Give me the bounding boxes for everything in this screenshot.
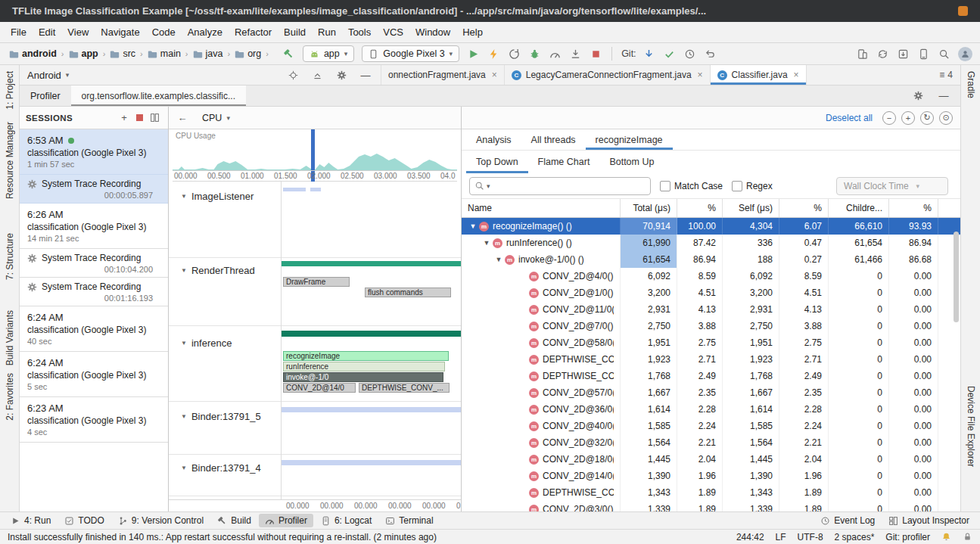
- tool-stripe-device-file-explorer[interactable]: Device File Explorer: [966, 386, 976, 467]
- menu-item[interactable]: File: [5, 23, 33, 41]
- tool-stripe-build-variants[interactable]: Build Variants: [5, 310, 15, 365]
- notifications-button[interactable]: [941, 532, 951, 542]
- table-row[interactable]: m CONV_2D@57/0( 1,667 2.35 1,667 2.35 0 …: [462, 384, 960, 401]
- trace-recording-item[interactable]: System Trace Recording 00:01:16.193: [20, 278, 168, 306]
- deselect-all-link[interactable]: Deselect all: [826, 113, 873, 123]
- apply-code-changes-button[interactable]: [505, 45, 524, 62]
- tool-stripe-project[interactable]: 1: Project: [5, 71, 15, 110]
- column-name[interactable]: Name: [462, 199, 621, 217]
- menu-item[interactable]: Navigate: [95, 23, 145, 41]
- menu-item[interactable]: Analyze: [182, 23, 229, 41]
- column-total-pct[interactable]: %: [677, 199, 723, 217]
- breadcrumb-java[interactable]: java: [191, 48, 225, 59]
- git-rollback-button[interactable]: [701, 45, 720, 62]
- close-icon[interactable]: ×: [792, 70, 799, 80]
- tree-arrow-icon[interactable]: ▼: [493, 256, 504, 263]
- hide-panel-button[interactable]: —: [358, 67, 373, 82]
- tab-recognizeimage[interactable]: recognizeImage: [586, 129, 673, 150]
- table-row[interactable]: m CONV_2D@32/0( 1,564 2.21 1,564 2.21 0 …: [462, 434, 960, 451]
- table-row[interactable]: m CONV_2D@1/0() 3,200 4.51 3,200 4.51 0 …: [462, 284, 960, 301]
- update-indicator-icon[interactable]: [958, 6, 968, 16]
- trace-span-conv2d[interactable]: CONV_2D@14/0: [283, 383, 356, 393]
- zoom-out-button[interactable]: −: [882, 111, 896, 125]
- menu-item[interactable]: Tools: [342, 23, 377, 41]
- editor-tab-selected[interactable]: C Classifier.java ×: [711, 65, 807, 85]
- breadcrumb-android[interactable]: android: [8, 48, 58, 59]
- trace-span-runinference[interactable]: runInference: [283, 362, 445, 371]
- match-case-checkbox[interactable]: Match Case: [660, 181, 723, 191]
- close-icon[interactable]: ×: [490, 70, 497, 80]
- toolwindow-logcat-button[interactable]: 6: Logcat: [315, 514, 378, 527]
- menu-item[interactable]: View: [61, 23, 95, 41]
- profile-button[interactable]: [546, 45, 565, 62]
- sdk-manager-button[interactable]: [894, 45, 913, 62]
- subtab-top-down[interactable]: Top Down: [466, 151, 528, 173]
- thread-timeline-area[interactable]: DrawFrame flush commands recognizeImage …: [281, 182, 461, 499]
- search-everywhere-button[interactable]: [935, 45, 954, 62]
- project-view-selector[interactable]: Android ▾: [27, 70, 69, 81]
- table-row[interactable]: m DEPTHWISE_CON 1,923 2.71 1,923 2.71 0 …: [462, 351, 960, 368]
- toolwindow-build-button[interactable]: Build: [211, 514, 257, 527]
- stop-button[interactable]: [586, 45, 605, 62]
- tab-all-threads[interactable]: All threads: [521, 129, 586, 150]
- trace-span-flush-commands[interactable]: flush commands: [365, 288, 451, 297]
- session-item[interactable]: 6:23 AM classification (Google Pixel 3) …: [20, 397, 168, 443]
- search-history-icon[interactable]: ▾: [487, 182, 490, 190]
- vertical-scrollbar[interactable]: [954, 232, 959, 322]
- expand-sessions-button[interactable]: [147, 110, 162, 126]
- git-update-button[interactable]: [639, 45, 658, 62]
- timeline-view-selector[interactable]: CPU ▾: [198, 111, 235, 125]
- gradle-sync-button[interactable]: [873, 45, 892, 62]
- toolwindow-profiler-button[interactable]: Profiler: [259, 514, 313, 527]
- layout-inspector-button[interactable]: Layout Inspector: [882, 514, 975, 527]
- caret-position[interactable]: 244:42: [736, 532, 764, 542]
- menu-item[interactable]: Edit: [33, 23, 61, 41]
- readonly-lock-button[interactable]: [963, 532, 972, 542]
- profiler-settings-button[interactable]: [910, 89, 926, 104]
- clock-type-select[interactable]: Wall Clock Time ▾: [836, 177, 948, 195]
- toolwindow-terminal-button[interactable]: Terminal: [379, 514, 439, 527]
- session-item[interactable]: 6:53 AM classification (Google Pixel 3) …: [20, 129, 168, 175]
- column-children[interactable]: Childre...: [829, 199, 889, 217]
- locate-file-button[interactable]: [285, 67, 300, 82]
- table-row[interactable]: m CONV_2D@3/0() 1,339 1.89 1,339 1.89 0 …: [462, 501, 960, 511]
- zoom-in-button[interactable]: +: [901, 111, 915, 125]
- trace-recording-item[interactable]: System Trace Recording 00:00:05.897: [20, 175, 168, 204]
- encoding-indicator[interactable]: UTF-8: [798, 532, 823, 542]
- breadcrumb-src[interactable]: src: [108, 48, 137, 59]
- search-input[interactable]: [493, 181, 646, 191]
- reset-zoom-button[interactable]: ↻: [920, 111, 934, 125]
- table-row[interactable]: m CONV_2D@14/0( 1,390 1.96 1,390 1.96 0 …: [462, 468, 960, 484]
- breadcrumb-app[interactable]: app: [67, 48, 100, 59]
- session-item[interactable]: 6:24 AM classification (Google Pixel 3) …: [20, 352, 168, 397]
- table-row[interactable]: ▼ m runInference() () 61,990 87.42 336 0…: [462, 235, 960, 251]
- profiler-session-tab[interactable]: org.tensorflow.lite.examples.classific..…: [71, 85, 246, 106]
- device-manager-button[interactable]: [853, 45, 872, 62]
- profile-avatar[interactable]: [958, 47, 972, 61]
- toolwindow-todo-button[interactable]: TODO: [58, 514, 110, 527]
- panel-settings-button[interactable]: [334, 67, 349, 82]
- menu-item[interactable]: Code: [146, 23, 182, 41]
- event-log-button[interactable]: Event Log: [814, 514, 881, 527]
- session-item[interactable]: 6:26 AM classification (Google Pixel 3) …: [20, 204, 168, 249]
- trace-span-invoke[interactable]: invoke@-1/0: [283, 372, 443, 382]
- avd-manager-button[interactable]: [914, 45, 933, 62]
- tool-stripe-structure[interactable]: 7: Structure: [5, 233, 15, 280]
- profiler-window-title[interactable]: Profiler: [20, 85, 71, 106]
- debug-button[interactable]: [525, 45, 544, 62]
- breadcrumb-main[interactable]: main: [146, 48, 182, 59]
- cpu-usage-chart[interactable]: CPU Usage 00.00000.50001.00001.50002.000…: [173, 129, 457, 182]
- table-row[interactable]: m DEPTHWISE_CON 1,768 2.49 1,768 2.49 0 …: [462, 368, 960, 384]
- tool-stripe-gradle[interactable]: Gradle: [966, 71, 976, 98]
- menu-item[interactable]: VCS: [377, 23, 409, 41]
- tab-analysis[interactable]: Analysis: [466, 129, 521, 150]
- subtab-flame-chart[interactable]: Flame Chart: [528, 151, 600, 173]
- thread-row-inference[interactable]: ▼inference: [169, 337, 281, 349]
- table-row[interactable]: m CONV_2D@7/0() 2,750 3.88 2,750 3.88 0 …: [462, 318, 960, 334]
- minimize-panel-button[interactable]: —: [936, 89, 951, 104]
- run-button[interactable]: [464, 45, 483, 62]
- zoom-to-selection-button[interactable]: ⊙: [939, 111, 953, 125]
- menu-item[interactable]: Help: [456, 23, 489, 41]
- menu-item[interactable]: Build: [278, 23, 312, 41]
- git-branch-indicator[interactable]: Git: profiler: [885, 532, 930, 542]
